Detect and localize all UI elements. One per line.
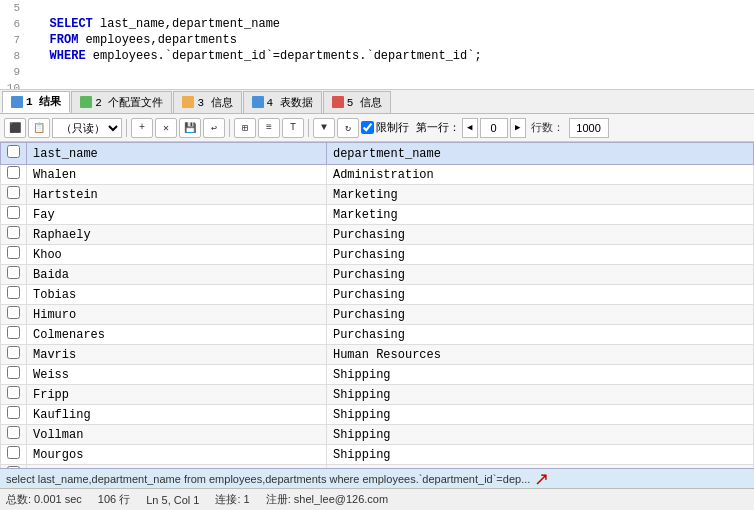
toolbar-btn-2[interactable]: 📋 xyxy=(28,118,50,138)
tab-info3-label: 3 信息 xyxy=(197,95,232,110)
row-count-input[interactable] xyxy=(569,118,609,138)
cell-last-name: Fripp xyxy=(27,385,327,405)
row-checkbox[interactable] xyxy=(7,386,20,399)
row-checkbox[interactable] xyxy=(7,246,20,259)
cell-department-name: Shipping xyxy=(326,385,753,405)
cell-last-name: Tobias xyxy=(27,285,327,305)
status-cursor: Ln 5, Col 1 xyxy=(146,494,199,506)
cell-last-name: Mavris xyxy=(27,345,327,365)
cell-department-name: Human Resources xyxy=(326,345,753,365)
tab-info3[interactable]: 3 信息 xyxy=(173,91,241,113)
table-row: MavrisHuman Resources xyxy=(1,345,754,365)
row-checkbox-cell xyxy=(1,185,27,205)
row-checkbox-cell xyxy=(1,405,27,425)
row-checkbox[interactable] xyxy=(7,446,20,459)
toolbar-text-view[interactable]: T xyxy=(282,118,304,138)
row-checkbox-cell xyxy=(1,345,27,365)
limit-checkbox[interactable]: 限制行 第一行： xyxy=(361,120,460,135)
toolbar-form-view[interactable]: ≡ xyxy=(258,118,280,138)
row-checkbox[interactable] xyxy=(7,306,20,319)
row-checkbox-cell xyxy=(1,365,27,385)
row-checkbox[interactable] xyxy=(7,266,20,279)
row-checkbox-cell xyxy=(1,385,27,405)
row-checkbox[interactable] xyxy=(7,286,20,299)
row-checkbox[interactable] xyxy=(7,206,20,219)
code-line-5: 5 xyxy=(0,0,754,16)
cell-department-name: Purchasing xyxy=(326,325,753,345)
cell-department-name: Marketing xyxy=(326,185,753,205)
toolbar-revert[interactable]: ↩ xyxy=(203,118,225,138)
limit-label: 限制行 第一行： xyxy=(376,120,460,135)
cell-department-name: Shipping xyxy=(326,425,753,445)
row-checkbox[interactable] xyxy=(7,366,20,379)
cell-department-name: Purchasing xyxy=(326,265,753,285)
table-row: WhalenAdministration xyxy=(1,165,754,185)
cell-last-name: Khoo xyxy=(27,245,327,265)
row-count-label: 行数： xyxy=(528,120,567,135)
status-rows: 106 行 xyxy=(98,492,130,507)
status-connection: 连接: 1 xyxy=(215,492,249,507)
toolbar-sep-3 xyxy=(308,119,309,137)
table-row: BaidaPurchasing xyxy=(1,265,754,285)
result-toolbar: ⬛ 📋 （只读） + ✕ 💾 ↩ ⊞ ≡ T ▼ ↻ 限制行 第一行： ◀ ▶ … xyxy=(0,114,754,142)
toolbar-filter[interactable]: ▼ xyxy=(313,118,335,138)
table-row: WeissShipping xyxy=(1,365,754,385)
cell-department-name: Shipping xyxy=(326,405,753,425)
tab-tabledata[interactable]: 4 表数据 xyxy=(243,91,322,113)
tab-result[interactable]: 1 结果 xyxy=(2,91,70,113)
code-line-6: 6 SELECT last_name,department_name xyxy=(0,16,754,32)
code-line-8: 8 WHERE employees.`department_id`=depart… xyxy=(0,48,754,64)
tab-profiles-label: 2 个配置文件 xyxy=(95,95,163,110)
result-table-wrapper[interactable]: last_name department_name WhalenAdminist… xyxy=(0,142,754,468)
cell-last-name: Whalen xyxy=(27,165,327,185)
cell-department-name: Purchasing xyxy=(326,245,753,265)
table-row: TobiasPurchasing xyxy=(1,285,754,305)
tabs-bar: 1 结果 2 个配置文件 3 信息 4 表数据 5 信息 xyxy=(0,90,754,114)
row-checkbox[interactable] xyxy=(7,426,20,439)
table-row: MourgosShipping xyxy=(1,445,754,465)
first-row-input[interactable] xyxy=(480,118,508,138)
row-checkbox-cell xyxy=(1,425,27,445)
first-row-next[interactable]: ▶ xyxy=(510,118,526,138)
first-row-prev[interactable]: ◀ xyxy=(462,118,478,138)
readonly-select[interactable]: （只读） xyxy=(52,118,122,138)
table-row: HimuroPurchasing xyxy=(1,305,754,325)
header-department-name: department_name xyxy=(326,143,753,165)
row-checkbox[interactable] xyxy=(7,166,20,179)
row-checkbox-cell xyxy=(1,205,27,225)
row-checkbox[interactable] xyxy=(7,346,20,359)
tab-result-icon xyxy=(11,96,23,108)
table-row: FayMarketing xyxy=(1,205,754,225)
row-checkbox-cell xyxy=(1,305,27,325)
tab-info3-icon xyxy=(182,96,194,108)
cell-last-name: Raphaely xyxy=(27,225,327,245)
table-row: KauflingShipping xyxy=(1,405,754,425)
cell-department-name: Purchasing xyxy=(326,285,753,305)
row-checkbox-cell xyxy=(1,285,27,305)
tab-info5-icon xyxy=(332,96,344,108)
toolbar-save[interactable]: 💾 xyxy=(179,118,201,138)
cell-department-name: Administration xyxy=(326,165,753,185)
table-header-row: last_name department_name xyxy=(1,143,754,165)
toolbar-refresh[interactable]: ↻ xyxy=(337,118,359,138)
tab-profiles[interactable]: 2 个配置文件 xyxy=(71,91,172,113)
row-checkbox-cell xyxy=(1,325,27,345)
table-row: KhooPurchasing xyxy=(1,245,754,265)
row-checkbox[interactable] xyxy=(7,186,20,199)
cell-last-name: Hartstein xyxy=(27,185,327,205)
row-checkbox[interactable] xyxy=(7,326,20,339)
status-user: 注册: shel_lee@126.com xyxy=(266,492,388,507)
row-checkbox[interactable] xyxy=(7,406,20,419)
select-all-checkbox[interactable] xyxy=(7,145,20,158)
red-arrow-icon: ↗ xyxy=(534,468,549,488)
toolbar-delete-row[interactable]: ✕ xyxy=(155,118,177,138)
toolbar-grid-view[interactable]: ⊞ xyxy=(234,118,256,138)
toolbar-sep-2 xyxy=(229,119,230,137)
table-row: FrippShipping xyxy=(1,385,754,405)
toolbar-add-row[interactable]: + xyxy=(131,118,153,138)
limit-check-input[interactable] xyxy=(361,121,374,134)
row-checkbox-cell xyxy=(1,265,27,285)
row-checkbox[interactable] xyxy=(7,226,20,239)
tab-info5[interactable]: 5 信息 xyxy=(323,91,391,113)
toolbar-btn-1[interactable]: ⬛ xyxy=(4,118,26,138)
